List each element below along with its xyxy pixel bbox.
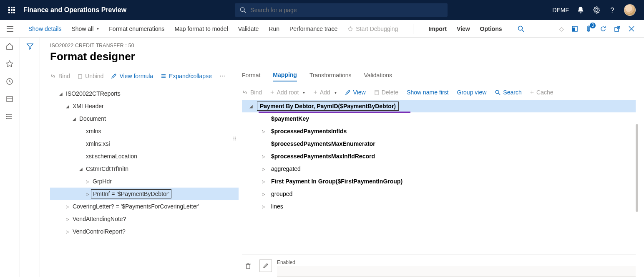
- svg-rect-35: [78, 75, 82, 79]
- collapse-icon[interactable]: ◢: [64, 104, 71, 109]
- app-launcher-icon[interactable]: [3, 0, 20, 20]
- clock-icon[interactable]: [6, 78, 14, 86]
- expand-icon[interactable]: ▷: [84, 179, 91, 184]
- company-code[interactable]: DEMF: [552, 7, 569, 13]
- expand-icon[interactable]: ▷: [260, 129, 267, 134]
- global-search-input[interactable]: [250, 7, 443, 13]
- map-node[interactable]: ▷grouped: [242, 188, 636, 200]
- tb-view-formula[interactable]: View formula: [111, 73, 153, 79]
- trash-icon: [245, 262, 251, 269]
- map-node[interactable]: ▷First Payment In Group($FirstPaymentInG…: [242, 175, 636, 188]
- tree-node[interactable]: ▷VendAttendingNote?: [50, 213, 239, 225]
- collapse-icon[interactable]: ◢: [248, 104, 254, 109]
- help-icon[interactable]: ?: [608, 6, 616, 14]
- tab-transformations[interactable]: Transformations: [309, 72, 352, 81]
- filter-icon[interactable]: [26, 43, 34, 277]
- tree-node[interactable]: ▷GrpHdr: [50, 175, 239, 188]
- cmd-format-enumerations[interactable]: Format enumerations: [109, 25, 164, 32]
- collapse-icon[interactable]: ◢: [58, 91, 64, 96]
- tree-node[interactable]: xsi:schemaLocation: [50, 150, 239, 163]
- expand-icon[interactable]: ▷: [260, 192, 267, 196]
- tree-node[interactable]: ◢XMLHeader: [50, 100, 239, 112]
- tree-node[interactable]: xmlns:xsi: [50, 137, 239, 150]
- cmd-import[interactable]: Import: [428, 25, 447, 32]
- popout-icon[interactable]: [614, 25, 621, 32]
- tb-expand-collapse[interactable]: Expand/collapse: [161, 73, 212, 79]
- office-icon[interactable]: [571, 25, 578, 32]
- expand-icon[interactable]: ▷: [84, 192, 91, 196]
- expand-icon[interactable]: ▷: [64, 229, 71, 234]
- pencil-icon: [111, 73, 117, 79]
- tab-mapping[interactable]: Mapping: [273, 71, 297, 81]
- cmd-map-format[interactable]: Map format to model: [174, 25, 228, 32]
- global-search[interactable]: [235, 3, 448, 17]
- collapse-icon[interactable]: ◢: [78, 167, 84, 171]
- rtb-show-name-first[interactable]: Show name first: [407, 89, 448, 96]
- map-node[interactable]: $paymentKey: [242, 112, 636, 125]
- cmd-view[interactable]: View: [457, 25, 470, 32]
- rtb-add[interactable]: +Add: [313, 89, 336, 96]
- cmd-validate[interactable]: Validate: [238, 25, 259, 32]
- expand-icon[interactable]: ▷: [260, 154, 267, 159]
- cmd-show-details[interactable]: Show details: [28, 25, 61, 32]
- tree-node[interactable]: ◢Document: [50, 112, 239, 125]
- scrollbar-thumb[interactable]: [636, 124, 638, 212]
- cmd-performance-trace[interactable]: Performance trace: [289, 25, 337, 32]
- expand-icon[interactable]: ▷: [260, 179, 267, 184]
- gear-icon[interactable]: [592, 6, 601, 14]
- svg-point-19: [518, 26, 523, 30]
- tab-format[interactable]: Format: [242, 72, 260, 81]
- delete-button[interactable]: [242, 259, 254, 272]
- more-icon[interactable]: ⋯: [219, 73, 225, 79]
- rtb-cache: +Cache: [530, 89, 553, 96]
- mapping-tree: ◢Payment By Debtor, PaymID($PaymentByDeb…: [242, 100, 636, 213]
- cmd-run[interactable]: Run: [269, 25, 279, 32]
- workspace-icon[interactable]: [6, 95, 14, 104]
- rtb-view[interactable]: View: [345, 89, 366, 96]
- collapse-icon[interactable]: ◢: [71, 117, 78, 121]
- pane-resize-handle[interactable]: ⠿: [233, 136, 237, 142]
- bell-icon[interactable]: [576, 6, 585, 14]
- tab-validations[interactable]: Validations: [364, 72, 392, 81]
- map-node[interactable]: ▷lines: [242, 200, 636, 213]
- svg-line-10: [244, 11, 246, 13]
- enabled-input[interactable]: [277, 266, 636, 277]
- link-icon[interactable]: ◇: [559, 25, 564, 32]
- map-node[interactable]: ▷aggregated: [242, 163, 636, 175]
- rtb-add-root[interactable]: +Add root: [270, 89, 305, 96]
- tree-node[interactable]: ▷VendControlReport?: [50, 225, 239, 238]
- cmd-show-all[interactable]: Show all: [71, 25, 99, 32]
- left-toolbar: Bind Unbind View formula Expand/collapse…: [50, 69, 239, 83]
- expand-icon[interactable]: ▷: [64, 204, 71, 209]
- close-icon[interactable]: [628, 25, 635, 32]
- svg-rect-4: [11, 9, 13, 11]
- map-node-selected[interactable]: ◢Payment By Debtor, PaymID($PaymentByDeb…: [242, 100, 636, 112]
- tree-node-selected[interactable]: ▷PmtInf = '$PaymentByDebtor': [50, 188, 239, 200]
- tree-node[interactable]: xmlns: [50, 125, 239, 137]
- modules-icon[interactable]: [6, 113, 14, 121]
- expand-icon[interactable]: ▷: [64, 217, 71, 221]
- map-node[interactable]: $processedPaymentsMaxEnumerator: [242, 137, 636, 150]
- star-icon[interactable]: [6, 60, 14, 69]
- nav-toggle-icon[interactable]: [0, 20, 20, 38]
- edit-button[interactable]: [259, 259, 272, 272]
- cmd-search[interactable]: [518, 25, 524, 32]
- expand-icon[interactable]: ▷: [260, 167, 267, 171]
- rtb-group-view[interactable]: Group view: [457, 89, 487, 96]
- refresh-icon[interactable]: [600, 25, 606, 32]
- tree-node[interactable]: ▷CoveringLetter? = '$PaymentsForCovering…: [50, 200, 239, 213]
- tree-node[interactable]: ◢CstmrCdtTrfInitn: [50, 163, 239, 175]
- cmd-options[interactable]: Options: [480, 25, 502, 32]
- tree-node[interactable]: ◢ISO20022CTReports: [50, 87, 239, 100]
- attachments-icon[interactable]: 0: [586, 25, 592, 33]
- link-icon: [242, 89, 248, 95]
- map-node[interactable]: ▷$processedPaymentsMaxInfIdRecord: [242, 150, 636, 163]
- home-icon[interactable]: [6, 43, 14, 51]
- trash-icon: [374, 89, 379, 95]
- user-avatar[interactable]: [624, 4, 636, 16]
- rtb-search[interactable]: Search: [495, 89, 521, 96]
- map-node[interactable]: ▷$processedPaymentsInfIds: [242, 125, 636, 137]
- enabled-field: Enabled: [277, 259, 636, 277]
- trash-icon: [78, 73, 83, 79]
- expand-icon[interactable]: ▷: [260, 204, 267, 209]
